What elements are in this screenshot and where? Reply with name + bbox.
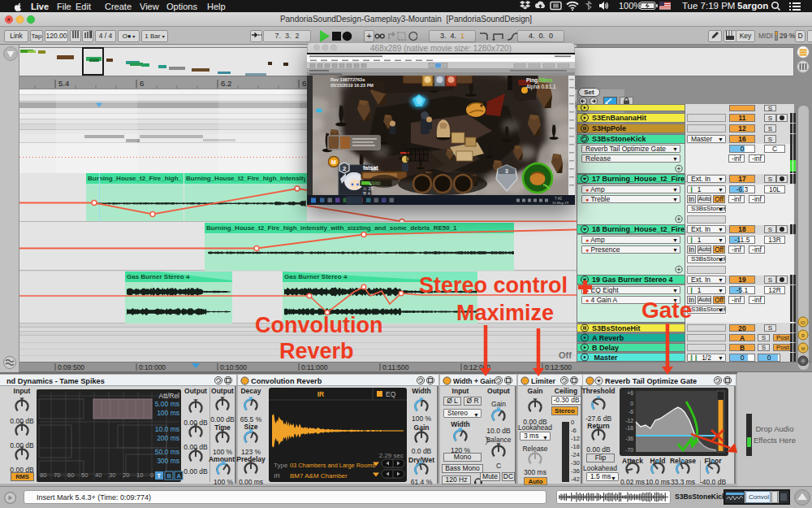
svg-text:-6: -6 bbox=[628, 409, 633, 415]
svg-text:05/15/2019 16:23 PM: 05/15/2019 16:23 PM bbox=[330, 83, 374, 88]
svg-text:Ping 58ms: Ping 58ms bbox=[526, 77, 553, 84]
svg-text:0: 0 bbox=[630, 401, 633, 406]
svg-text:2: 2 bbox=[343, 165, 346, 172]
svg-text:fatsat: fatsat bbox=[363, 165, 378, 171]
svg-text:15-May-19: 15-May-19 bbox=[552, 201, 569, 205]
svg-text:-12: -12 bbox=[625, 418, 633, 423]
svg-text:+6: +6 bbox=[627, 390, 633, 396]
svg-text:M: M bbox=[331, 159, 336, 165]
svg-text:-70: -70 bbox=[625, 447, 633, 453]
svg-text:Rev 198772763a: Rev 198772763a bbox=[330, 77, 365, 82]
svg-text:3: 3 bbox=[505, 168, 508, 174]
svg-text:Alpha 0.81.1: Alpha 0.81.1 bbox=[526, 84, 556, 90]
